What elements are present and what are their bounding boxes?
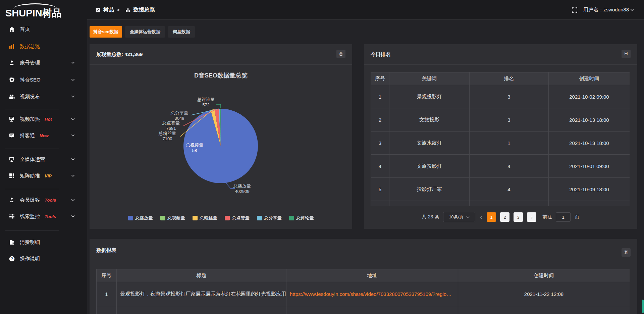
sidebar-item-member-burst[interactable]: 会员爆客 Tools <box>0 194 87 206</box>
sidebar-divider <box>5 230 59 230</box>
pie-label-likes: 总点赞量 7681 <box>156 120 186 131</box>
cell-created: 2021-10-13 18:00 <box>549 108 630 132</box>
sidebar-item-matrix-boost[interactable]: 矩阵助推 VIP <box>0 170 87 181</box>
bar-chart-icon <box>9 43 15 49</box>
chart-legend: 总播放量 总视频量 总粉丝量 总点赞量 总分享量 总评论量 <box>90 215 352 221</box>
cell-keyword: 文旅投影 <box>389 108 470 132</box>
pie-label-fans: 总粉丝量 7100 <box>152 131 182 142</box>
divider <box>90 262 637 262</box>
sidebar-item-lead-monitoring[interactable]: 线索监控 Tools <box>0 211 87 222</box>
page-button-1[interactable]: 1 <box>487 212 496 222</box>
breadcrumb-root[interactable]: 树品 <box>103 6 114 13</box>
page-size-select[interactable]: 10条/页 <box>443 212 475 222</box>
card-header: 展现量总数: 421,369 总 <box>90 44 352 64</box>
sidebar-item-data-overview[interactable]: 数据总览 <box>0 41 87 52</box>
table-row: 2 文旅投影 3 2021-10-13 18:00 <box>371 108 630 132</box>
table-row: 1 景观投影灯，夜游景观投影灯厂家展示展示落花灯在花园里的灯光投影应用效果 # … <box>97 282 630 306</box>
sidebar-item-label: 数据总览 <box>20 43 40 50</box>
table-row: 4 文旅投影灯 4 2021-10-01 09:00 <box>371 155 630 178</box>
app-logo: SHUPIN树品 <box>5 3 76 19</box>
sidebar-item-label: 操作说明 <box>20 256 40 262</box>
column-header-rank: 排名 <box>470 72 549 85</box>
pie-label-value: 7681 <box>156 126 186 131</box>
ranking-table: 序号 关键词 排名 创建时间 1 景观投影灯 3 2021-10-02 09:0… <box>371 72 630 206</box>
cell-created: 2021-10-01 09:00 <box>549 155 630 178</box>
page-button-3[interactable]: 3 <box>514 212 523 222</box>
legend-item-comments[interactable]: 总评论量 <box>289 215 314 221</box>
sidebar-item-doketong[interactable]: 抖客通 New <box>0 130 87 141</box>
sidebar-item-video-publish[interactable]: 视频发布 <box>0 91 87 102</box>
chevron-down-icon <box>71 62 75 64</box>
user-icon <box>9 60 15 66</box>
data-report-card: 数据报表 表 序号 标题 地址 创建时间 1 景观投影灯，夜游景观投影灯厂家展示… <box>90 239 637 314</box>
legend-item-likes[interactable]: 总点赞量 <box>225 215 250 221</box>
pie-label-value: 402909 <box>227 189 257 194</box>
legend-item-plays[interactable]: 总播放量 <box>128 215 153 221</box>
pie-label-name: 总播放量 <box>233 184 251 189</box>
cell-url <box>286 306 458 314</box>
new-badge: New <box>40 133 49 138</box>
help-question-icon: ? <box>9 256 15 262</box>
scrollbar-thumb[interactable] <box>642 300 644 313</box>
report-table: 序号 标题 地址 创建时间 1 景观投影灯，夜游景观投影灯厂家展示展示落花灯在花… <box>96 269 630 314</box>
total-mode-button[interactable]: 总 <box>336 50 345 58</box>
chat-bubble-icon <box>9 133 15 139</box>
report-card-title: 数据报表 <box>96 239 116 262</box>
chevron-down-icon <box>71 215 75 218</box>
sidebar-item-label: 账号管理 <box>20 60 40 66</box>
wallet-icon <box>9 239 15 245</box>
monitor-icon <box>9 156 15 162</box>
screen-broadcast-icon <box>9 116 15 122</box>
sidebar-item-home[interactable]: 首页 <box>0 23 87 35</box>
cell-no <box>97 306 117 314</box>
breadcrumb: 树品 > 数据总览 <box>96 0 155 20</box>
tab-douyin-seo-data[interactable]: 抖音seo数据 <box>90 26 122 38</box>
tab-label: 抖音seo数据 <box>93 29 118 35</box>
ranking-card-title: 今日排名 <box>371 44 391 64</box>
tools-badge: Tools <box>45 198 56 203</box>
sidebar-item-douyin-seo[interactable]: 抖音SEO <box>0 74 87 86</box>
tab-omnimedia-data[interactable]: 全媒体运营数据 <box>125 26 165 38</box>
page-button-2[interactable]: 2 <box>500 212 509 222</box>
next-page-button[interactable]: › <box>527 212 536 222</box>
cell-created: 2021-10-02 09:00 <box>549 85 630 108</box>
chevron-down-icon <box>466 216 470 218</box>
sidebar-item-label: 线索监控 <box>20 213 40 220</box>
legend-item-fans[interactable]: 总粉丝量 <box>193 215 217 221</box>
legend-swatch <box>289 216 294 220</box>
cell-no: 1 <box>97 282 117 306</box>
pie-label-comments: 总评论量 572 <box>191 97 221 108</box>
tab-inquiry-data[interactable]: 询盘数据 <box>168 26 195 38</box>
prev-page-button[interactable]: ‹ <box>479 214 483 221</box>
table-row-clipped <box>97 306 630 314</box>
table-mode-button[interactable]: 表 <box>622 248 631 257</box>
pie-label-value: 572 <box>191 102 221 108</box>
sidebar-item-instructions[interactable]: ? 操作说明 <box>0 253 87 264</box>
day-mode-button[interactable]: 日 <box>622 50 631 58</box>
goto-page-input[interactable] <box>556 212 571 222</box>
sidebar-item-label: 会员爆客 <box>20 197 40 203</box>
cell-rank: 4 <box>470 155 549 178</box>
table-row: 1 景观投影灯 3 2021-10-02 09:00 <box>371 85 630 108</box>
sidebar-item-video-heating[interactable]: 视频加热 Hot <box>0 113 87 125</box>
sidebar-item-omnimedia-operation[interactable]: 全媒体运营 <box>0 154 87 165</box>
cell-created: 2021-11-22 12:08 <box>458 282 630 306</box>
chevron-down-icon <box>71 135 75 137</box>
sidebar-item-account-management[interactable]: 账号管理 <box>0 57 87 68</box>
video-link[interactable]: https://www.iesdouyin.com/share/video/70… <box>290 291 451 297</box>
fullscreen-icon[interactable] <box>572 7 577 13</box>
username-dropdown[interactable]: 用户名：zswodun88 <box>583 7 634 13</box>
sidebar-item-label: 抖客通 <box>20 133 35 139</box>
legend-item-shares[interactable]: 总分享量 <box>257 215 282 221</box>
sidebar-divider <box>5 109 59 109</box>
tab-label: 询盘数据 <box>173 29 190 35</box>
cell-rank: 3 <box>470 85 549 108</box>
breadcrumb-separator: > <box>117 7 120 12</box>
table-header-row: 序号 标题 地址 创建时间 <box>97 269 630 282</box>
legend-item-videos[interactable]: 总视频量 <box>160 215 185 221</box>
legend-label: 总粉丝量 <box>200 215 217 221</box>
pie-label-name: 总分享量 <box>171 110 188 115</box>
chevron-down-icon <box>71 158 75 161</box>
sidebar-item-consumption-details[interactable]: 消费明细 <box>0 237 87 248</box>
sidebar-item-label: 矩阵助推 <box>20 173 40 179</box>
